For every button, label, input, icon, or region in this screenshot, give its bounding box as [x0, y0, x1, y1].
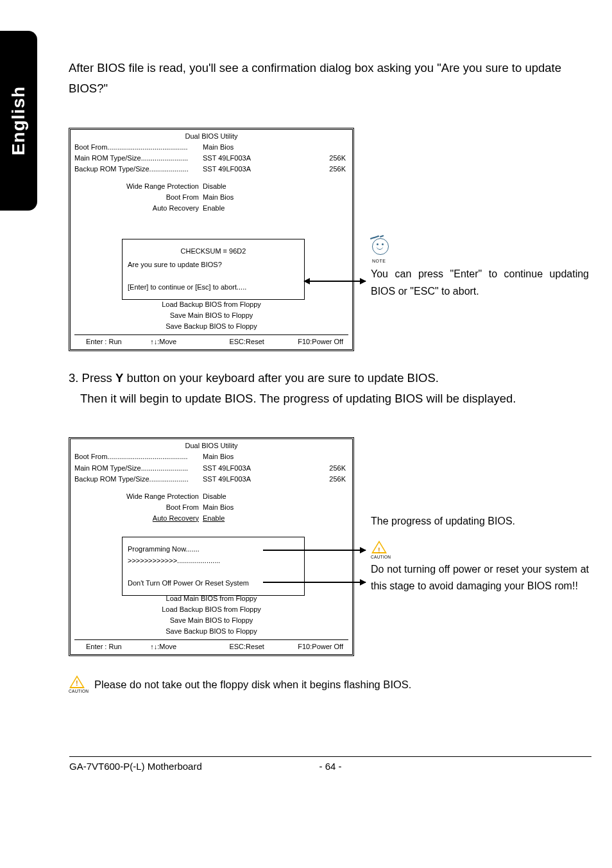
right-column-2: The progress of updating BIOS. ! CAUTION… [371, 423, 589, 595]
figure-row-2: Dual BIOS Utility Boot From.............… [69, 423, 593, 655]
arrow-icon [263, 582, 366, 583]
note-icon [371, 236, 393, 257]
bios-settings: Wide Range ProtectionDisable Boot FromMa… [74, 181, 348, 225]
progress-dialog: Programming Now....... >>>>>>>>>>>>.....… [122, 537, 305, 595]
bottom-caution-row: ! CAUTION Please do not take out the flo… [69, 675, 593, 693]
figure-row-1: Dual BIOS Utility Boot From.............… [69, 114, 593, 351]
caution-icon: ! [371, 541, 387, 555]
language-tab: English [0, 31, 37, 211]
footer-page-number: - 64 - [305, 761, 356, 772]
bios-title: Dual BIOS Utility [74, 132, 348, 140]
right-column-1: NOTE You can press "Enter" to continue u… [371, 114, 589, 300]
intro-paragraph: After BIOS file is read, you'll see a co… [69, 58, 593, 100]
bios-info-rows: Boot From...............................… [74, 142, 348, 175]
bios-utility-panel-1: Dual BIOS Utility Boot From.............… [69, 128, 354, 351]
arrow-icon [304, 281, 366, 282]
bios-hotkeys: Enter : Run ↑↓:Move ESC:Reset F10:Power … [74, 334, 348, 345]
step-3-line-2: Then it will begin to update BIOS. The p… [69, 388, 593, 409]
caution-text: Do not turning off power or reset your s… [371, 561, 589, 595]
step-3-line-1: 3. Press Y button on your keyboard after… [69, 368, 593, 388]
page-footer: GA-7VT600-P(-L) Motherboard - 64 - [69, 756, 591, 772]
language-label: English [8, 86, 29, 155]
bottom-caution-text: Please do not take out the floppy disk w… [94, 679, 411, 693]
progress-note: The progress of updating BIOS. [371, 513, 589, 530]
footer-left: GA-7VT600-P(-L) Motherboard [69, 761, 305, 772]
caution-icon: ! [69, 675, 85, 690]
note-text: You can press "Enter" to continue updati… [371, 266, 589, 300]
note-label: NOTE [372, 257, 589, 265]
bios-utility-panel-2: Dual BIOS Utility Boot From.............… [69, 437, 354, 655]
arrow-icon [263, 550, 366, 551]
page-content: After BIOS file is read, you'll see a co… [69, 0, 593, 693]
confirm-dialog: CHECKSUM = 96D2 Are you sure to update B… [122, 239, 305, 300]
